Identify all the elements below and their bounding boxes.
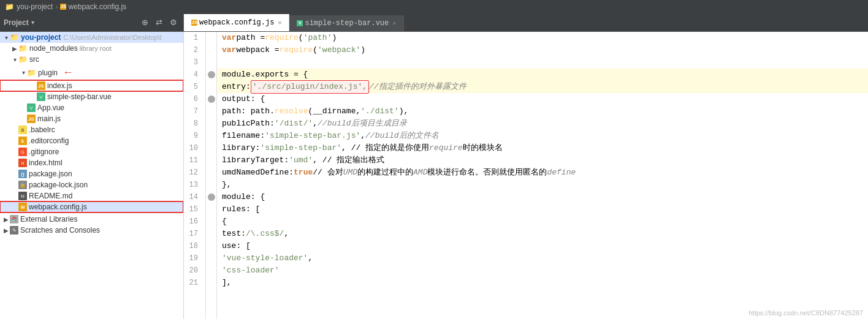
tree-plugin[interactable]: ▾ 📁 plugin ← — [0, 65, 183, 80]
tree-src[interactable]: ▾ 📁 src — [0, 54, 183, 65]
tab-simple-step-bar[interactable]: V simple-step-bar.vue ✕ — [289, 15, 404, 31]
node-modules-extra: library root — [80, 45, 112, 52]
code-line-13: }, — [217, 179, 868, 191]
tab-close-icon[interactable]: ✕ — [278, 19, 281, 26]
fn-require-1: require — [265, 32, 299, 44]
ln-13: 13 — [189, 179, 200, 191]
tree-app-vue[interactable]: V App.vue — [0, 102, 183, 113]
tab-simple-step-label: simple-step-bar.vue — [305, 19, 389, 28]
code-paren-2: ( — [313, 44, 318, 56]
root-expand-icon: ▾ — [2, 34, 10, 41]
tree-index-js[interactable]: JS index.js — [0, 80, 183, 91]
html-label: index.html — [29, 159, 63, 167]
html-icon: H — [18, 159, 27, 167]
plugin-label: plugin — [38, 69, 58, 77]
tree-gitignore[interactable]: G .gitignore — [0, 146, 183, 157]
entry-redbox: './src/plugin/index.js', — [251, 80, 369, 94]
index-js-spacer — [29, 83, 37, 89]
add-button[interactable]: ⊕ — [139, 17, 151, 28]
code-line-15: rules: [ — [217, 203, 868, 216]
watermark: https://blog.csdn.net/C8DN877425287 — [748, 309, 863, 317]
tab-vue-close-icon[interactable]: ✕ — [392, 20, 396, 27]
str-vue-style: 'vue-style-loader' — [222, 252, 308, 265]
tree-webpack-config[interactable]: W webpack.config.js — [0, 201, 183, 212]
tree-node-modules[interactable]: ▶ 📁 node_modules library root — [0, 43, 183, 54]
tab-js-icon: JS — [191, 20, 197, 26]
code-close-path: ), — [399, 105, 409, 118]
tree-scratches[interactable]: ▶ ✎ Scratches and Consoles — [0, 225, 183, 236]
red-arrow-annotation: ← — [63, 66, 74, 79]
title-separator: › — [55, 2, 58, 11]
git-spacer — [11, 149, 18, 156]
pkg-icon: {} — [18, 170, 27, 178]
code-comma-9: , — [360, 130, 365, 142]
ln-10: 10 — [189, 142, 200, 154]
settings-button[interactable]: ⚙ — [167, 17, 180, 28]
tree-simple-step-bar-vue[interactable]: V simple-step-bar.vue — [0, 91, 183, 102]
code-line-18: use: [ — [217, 240, 868, 252]
code-line-10: library: 'simple-step-bar', // 指定的就是你使用r… — [217, 142, 868, 154]
fn-resolve: resolve — [275, 105, 308, 118]
code-line-12: umdNamedDefine: true // 会对 UMD 的构建过程中的 A… — [217, 167, 868, 179]
lock-icon: 🔒 — [18, 181, 27, 189]
tab-webpack-config[interactable]: JS webpack.config.js ✕ — [184, 14, 289, 31]
gutter-13 — [206, 179, 216, 191]
tree-babelrc[interactable]: B .babelrc — [0, 124, 183, 135]
code-module-exports: module.exports = { — [222, 69, 308, 81]
code-use: use: [ — [222, 240, 251, 252]
babelrc-spacer — [11, 127, 18, 133]
tree-readme[interactable]: M README.md — [0, 190, 183, 201]
editor-area: 1 2 3 4 5 6 7 8 9 10 11 12 13 14 15 16 1 — [184, 32, 868, 319]
comment-amd: AMD — [413, 167, 427, 179]
ln-18: 18 — [189, 240, 200, 252]
webpack-icon: W — [18, 203, 27, 211]
gutter-15 — [206, 203, 216, 216]
sync-button[interactable]: ⇄ — [153, 17, 165, 28]
gutter-9 — [206, 130, 216, 142]
ext-expand-icon: ▶ — [2, 216, 10, 223]
ln-17: 17 — [189, 228, 200, 240]
tree-package-lock-json[interactable]: 🔒 package-lock.json — [0, 179, 183, 190]
kw-var-1: var — [222, 32, 236, 44]
gutter-12 — [206, 167, 216, 179]
ln-15: 15 — [189, 203, 200, 216]
code-content[interactable]: var path = require('path') var webpack =… — [217, 32, 868, 319]
readme-label: README.md — [29, 192, 72, 200]
str-webpack: 'webpack' — [318, 44, 360, 56]
appvue-spacer — [20, 105, 27, 111]
str-library: 'simple-step-bar' — [260, 142, 341, 154]
gutter-2 — [206, 44, 216, 56]
code-line-4: module.exports = { — [217, 69, 868, 81]
tree-editorconfig[interactable]: E .editorconfig — [0, 135, 183, 146]
scratch-expand-icon: ▶ — [2, 227, 10, 234]
gutter-7 — [206, 105, 216, 118]
editorconfig-label: .editorconfig — [29, 137, 69, 145]
tree-external-libs[interactable]: ▶ 📚 External Libraries — [0, 214, 183, 225]
index-js-label: index.js — [47, 81, 72, 90]
code-plain-2: webpack = — [236, 44, 279, 56]
tree-main-js[interactable]: JS main.js — [0, 113, 183, 124]
index-js-icon: JS — [37, 81, 45, 90]
gutter-8 — [206, 118, 216, 130]
tree-package-json[interactable]: {} package.json — [0, 168, 183, 179]
code-line-11: libraryTarget: 'umd', // 指定输出格式 — [217, 154, 868, 167]
editor-spacer — [11, 138, 18, 144]
babelrc-label: .babelrc — [29, 126, 55, 134]
tree-index-html[interactable]: H index.html — [0, 157, 183, 168]
gutter-18 — [206, 240, 216, 252]
sidebar: ▾ 📁 you-project C:\Users\Administrator\D… — [0, 32, 184, 319]
tab-icon-js: JS — [60, 4, 66, 10]
code-open-rule: { — [222, 216, 227, 228]
plugin-expand-icon: ▾ — [20, 69, 27, 76]
ln-12: 12 — [189, 167, 200, 179]
gutter-20 — [206, 265, 216, 277]
tree-root[interactable]: ▾ 📁 you-project C:\Users\Administrator\D… — [0, 32, 183, 43]
str-umd: 'umd' — [289, 154, 313, 167]
readme-spacer — [11, 193, 18, 200]
html-spacer — [11, 160, 18, 167]
code-close-output: }, — [222, 179, 232, 191]
fn-require-comment: require — [429, 142, 463, 154]
src-expand-icon: ▾ — [11, 56, 18, 63]
dropdown-arrow-icon: ▾ — [31, 19, 34, 26]
code-umdnamed: umdNamedDefine: — [222, 167, 294, 179]
